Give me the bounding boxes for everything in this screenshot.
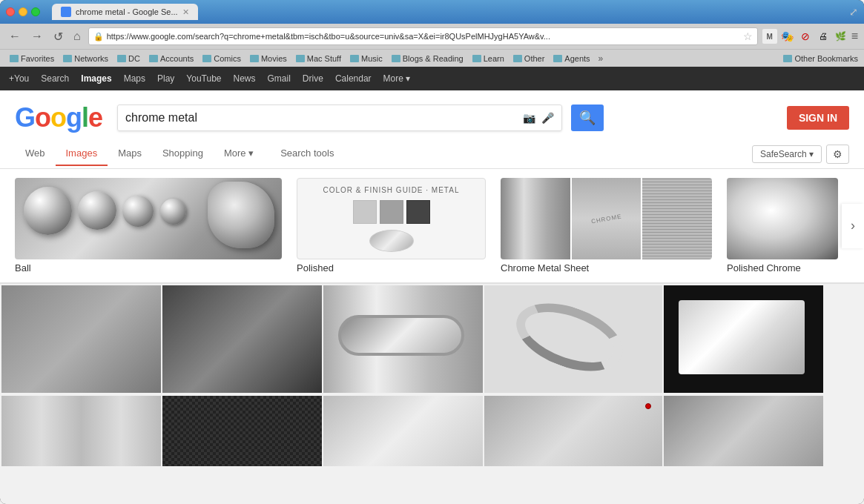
- stop-icon[interactable]: ⊘: [798, 29, 813, 44]
- tab-more[interactable]: More ▾: [214, 142, 264, 166]
- close-button[interactable]: [6, 7, 15, 16]
- expand-icon[interactable]: ⤢: [849, 6, 858, 18]
- grid-row-2: [0, 394, 864, 468]
- bookmark-accounts[interactable]: Accounts: [145, 53, 197, 64]
- grid-item-2[interactable]: [162, 285, 322, 393]
- tab-search-tools[interactable]: Search tools: [270, 142, 344, 166]
- grid-item-7[interactable]: [162, 396, 322, 466]
- bookmark-comics[interactable]: Comics: [199, 53, 245, 64]
- tab-web[interactable]: Web: [15, 142, 56, 166]
- bookmark-blogs-reading[interactable]: Blogs & Reading: [388, 53, 467, 64]
- search-box-icons: 📷 🎤: [523, 112, 554, 124]
- result-polished-chrome[interactable]: Polished Chrome: [727, 178, 838, 273]
- bookmarks-more-button[interactable]: »: [596, 53, 607, 64]
- grid-item-10[interactable]: [664, 396, 823, 466]
- address-bar-row: ← → ↺ ⌂ 🔒 https://www.google.com/search?…: [0, 24, 864, 49]
- tab-title: chrome metal - Google Se...: [76, 7, 178, 16]
- sign-in-button[interactable]: SIGN IN: [787, 106, 849, 130]
- result-chrome-metal-sheet-label: Chrome Metal Sheet: [501, 262, 712, 273]
- search-area: Google chrome metal 📷 🎤 🔍 SIGN IN: [0, 90, 864, 139]
- toolbar-icons: M 🎭 ⊘ 🖨 🌿 ≡: [762, 29, 858, 44]
- minimize-button[interactable]: [19, 7, 27, 16]
- refresh-button[interactable]: ↺: [50, 28, 66, 45]
- result-chrome-metal-sheet[interactable]: CHROME Chrome Metal Sheet: [501, 178, 712, 273]
- mic-search-icon[interactable]: 🎤: [541, 112, 554, 124]
- search-button[interactable]: 🔍: [571, 105, 604, 131]
- folder-icon: [149, 55, 158, 62]
- tab-maps[interactable]: Maps: [108, 142, 152, 166]
- bookmark-other[interactable]: Other: [510, 53, 549, 64]
- search-magnifier-icon: 🔍: [579, 110, 596, 126]
- bookmark-learn[interactable]: Learn: [469, 53, 508, 64]
- tab-close-button[interactable]: ✕: [182, 7, 189, 17]
- result-polished-label: Polished: [297, 262, 486, 273]
- lock-icon: 🔒: [93, 32, 104, 42]
- other-bookmarks[interactable]: Other Bookmarks: [783, 54, 858, 63]
- result-polished[interactable]: COLOR & FINISH GUIDE · METAL Polished: [297, 178, 486, 273]
- grid-item-6[interactable]: [1, 396, 161, 466]
- bookmark-label: Favorites: [21, 54, 54, 63]
- result-ball-label: Ball: [15, 262, 282, 273]
- bookmark-label: Mac Stuff: [307, 54, 341, 63]
- bookmark-music[interactable]: Music: [346, 53, 386, 64]
- menu-icon[interactable]: ≡: [851, 30, 858, 43]
- nav-play[interactable]: Play: [157, 73, 174, 84]
- forward-button[interactable]: →: [28, 28, 46, 44]
- bookmark-networks[interactable]: Networks: [59, 53, 112, 64]
- extension-icon[interactable]: 🌿: [834, 29, 848, 44]
- nav-plus-you[interactable]: +You: [9, 73, 29, 84]
- bookmark-label: Other: [524, 54, 545, 63]
- featured-row: Ball COLOR & FINISH GUIDE · METAL Polish…: [0, 169, 864, 283]
- bookmark-mac-stuff[interactable]: Mac Stuff: [292, 53, 345, 64]
- grid-item-3[interactable]: [323, 285, 483, 393]
- settings-button[interactable]: ⚙: [826, 145, 849, 164]
- nav-news[interactable]: News: [234, 73, 256, 84]
- result-polished-chrome-label: Polished Chrome: [727, 262, 838, 273]
- featured-row-container: Ball COLOR & FINISH GUIDE · METAL Polish…: [0, 169, 864, 284]
- grid-item-9[interactable]: [484, 396, 662, 466]
- folder-icon: [392, 55, 400, 62]
- address-text: https://www.google.com/search?q=chrome+m…: [107, 32, 740, 41]
- folder-icon: [117, 55, 126, 62]
- nav-youtube[interactable]: YouTube: [186, 73, 221, 84]
- home-button[interactable]: ⌂: [70, 28, 84, 44]
- nav-images[interactable]: Images: [81, 73, 111, 84]
- camera-search-icon[interactable]: 📷: [523, 112, 535, 124]
- bookmark-movies[interactable]: Movies: [246, 53, 291, 64]
- nav-more[interactable]: More ▾: [383, 73, 411, 84]
- nav-calendar[interactable]: Calendar: [335, 73, 372, 84]
- bookmark-favorites[interactable]: Favorites: [6, 53, 58, 64]
- search-box[interactable]: chrome metal 📷 🎤: [117, 105, 562, 131]
- safesearch-button[interactable]: SafeSearch ▾: [752, 145, 822, 163]
- active-tab[interactable]: chrome metal - Google Se... ✕: [52, 4, 198, 20]
- nav-maps[interactable]: Maps: [124, 73, 145, 84]
- bookmark-label: Movies: [261, 54, 287, 63]
- google-nav-bar: +You Search Images Maps Play YouTube New…: [0, 67, 864, 90]
- result-ball[interactable]: Ball: [15, 178, 282, 273]
- nav-drive[interactable]: Drive: [303, 73, 323, 84]
- maximize-button[interactable]: [31, 7, 40, 16]
- nav-gmail[interactable]: Gmail: [268, 73, 291, 84]
- bookmark-star-button[interactable]: ☆: [743, 30, 753, 42]
- mask-icon[interactable]: 🎭: [780, 29, 795, 44]
- grid-row-1: [0, 284, 864, 394]
- back-button[interactable]: ←: [6, 28, 24, 44]
- bookmark-agents[interactable]: Agents: [550, 53, 593, 64]
- grid-item-1[interactable]: [1, 285, 161, 393]
- nav-search[interactable]: Search: [41, 73, 69, 84]
- google-logo: Google: [15, 102, 102, 133]
- printer-icon[interactable]: 🖨: [816, 29, 831, 44]
- folder-icon: [63, 55, 72, 62]
- tab-images[interactable]: Images: [56, 142, 108, 166]
- title-bar: chrome metal - Google Se... ✕ ⤢: [0, 0, 864, 24]
- gmail-icon[interactable]: M: [762, 29, 777, 44]
- address-bar[interactable]: 🔒 https://www.google.com/search?q=chrome…: [88, 27, 758, 45]
- bookmark-dc[interactable]: DC: [113, 53, 144, 64]
- tab-shopping[interactable]: Shopping: [152, 142, 214, 166]
- next-results-button[interactable]: ›: [842, 204, 864, 248]
- bookmark-label: Accounts: [160, 54, 194, 63]
- search-tabs: Web Images Maps Shopping More ▾ Search t…: [0, 139, 864, 169]
- grid-item-8[interactable]: [323, 396, 483, 466]
- grid-item-4[interactable]: [484, 285, 662, 393]
- grid-item-5[interactable]: [664, 285, 823, 393]
